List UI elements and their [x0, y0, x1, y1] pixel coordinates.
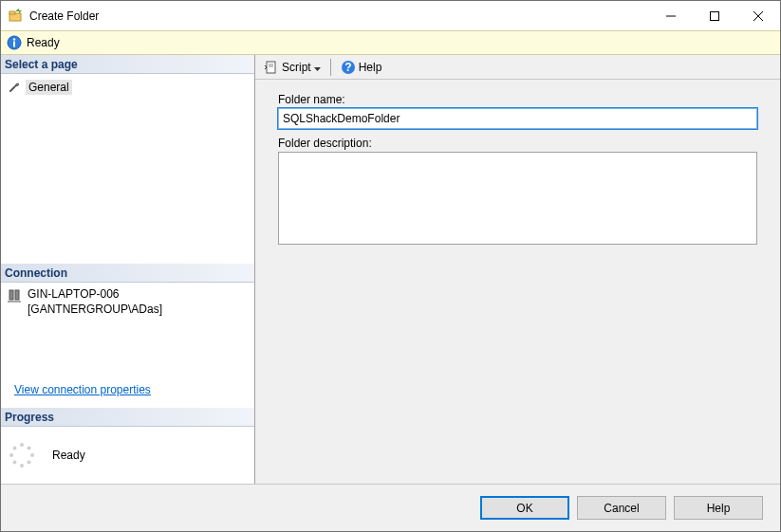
help-button[interactable]: Help: [674, 496, 763, 520]
svg-rect-1: [9, 11, 15, 14]
svg-point-13: [28, 447, 31, 450]
svg-point-16: [20, 464, 24, 468]
toolbar: Script ? Help: [255, 55, 780, 80]
folder-description-textarea[interactable]: [278, 152, 757, 245]
svg-point-12: [20, 443, 24, 447]
connection-user: [GANTNERGROUP\ADas]: [28, 302, 162, 317]
script-button[interactable]: Script: [259, 57, 325, 78]
help-label: Help: [359, 61, 382, 74]
dialog-body: Select a page General Connection GI: [1, 55, 780, 484]
folder-name-label: Folder name:: [278, 93, 757, 106]
svg-point-14: [30, 453, 34, 457]
folder-name-input[interactable]: [278, 108, 757, 129]
form-area: Folder name: Folder description:: [255, 80, 780, 484]
status-text: Ready: [27, 36, 60, 49]
dialog-window: Create Folder Ready Select a page: [0, 0, 781, 532]
connection-text: GIN-LAPTOP-006 [GANTNERGROUP\ADas]: [28, 286, 162, 317]
info-icon: [7, 35, 22, 50]
maximize-button[interactable]: [693, 2, 736, 30]
connection-heading: Connection: [1, 264, 254, 283]
svg-rect-9: [9, 290, 13, 300]
folder-create-icon: [9, 9, 24, 24]
svg-rect-20: [267, 62, 275, 73]
connection-link-container: View connection properties: [7, 383, 249, 404]
status-strip: Ready: [1, 30, 780, 55]
spacer: [1, 101, 254, 264]
button-bar: OK Cancel Help: [1, 484, 780, 531]
svg-rect-3: [711, 11, 719, 20]
help-toolbar-button[interactable]: ? Help: [336, 57, 387, 78]
svg-rect-8: [13, 42, 15, 47]
svg-point-19: [13, 447, 17, 450]
wrench-icon: [7, 80, 22, 95]
connection-server: GIN-LAPTOP-006: [28, 286, 162, 302]
svg-point-17: [13, 461, 17, 465]
svg-point-15: [28, 461, 31, 465]
svg-text:?: ?: [344, 61, 351, 74]
svg-point-18: [9, 453, 13, 457]
progress-text: Ready: [52, 449, 85, 462]
connection-row: GIN-LAPTOP-006 [GANTNERGROUP\ADas]: [7, 286, 249, 317]
chevron-down-icon: [314, 61, 321, 74]
titlebar[interactable]: Create Folder: [1, 1, 780, 30]
left-panel: Select a page General Connection GI: [1, 55, 255, 484]
view-connection-properties-link[interactable]: View connection properties: [14, 383, 151, 396]
ok-button[interactable]: OK: [480, 496, 569, 520]
connection-body: GIN-LAPTOP-006 [GANTNERGROUP\ADas] View …: [1, 283, 254, 408]
server-icon: [7, 288, 22, 303]
folder-description-label: Folder description:: [278, 137, 757, 150]
progress-body: Ready: [1, 427, 254, 484]
minimize-button[interactable]: [649, 2, 693, 30]
close-button[interactable]: [736, 2, 780, 30]
progress-heading: Progress: [1, 408, 254, 427]
window-controls: [649, 2, 780, 30]
right-panel: Script ? Help Folder name: Folder descri…: [255, 55, 780, 484]
script-icon: [264, 60, 279, 75]
spinner-icon: [9, 442, 35, 468]
page-list: General: [1, 74, 254, 101]
toolbar-separator: [330, 59, 331, 76]
page-item-general[interactable]: General: [5, 78, 251, 97]
script-label: Script: [282, 61, 311, 74]
window-title: Create Folder: [29, 9, 649, 23]
select-page-heading: Select a page: [1, 55, 254, 74]
cancel-button[interactable]: Cancel: [577, 496, 666, 520]
svg-point-7: [13, 38, 15, 40]
page-label: General: [26, 80, 72, 95]
help-icon: ?: [341, 60, 356, 75]
svg-rect-10: [15, 290, 19, 300]
